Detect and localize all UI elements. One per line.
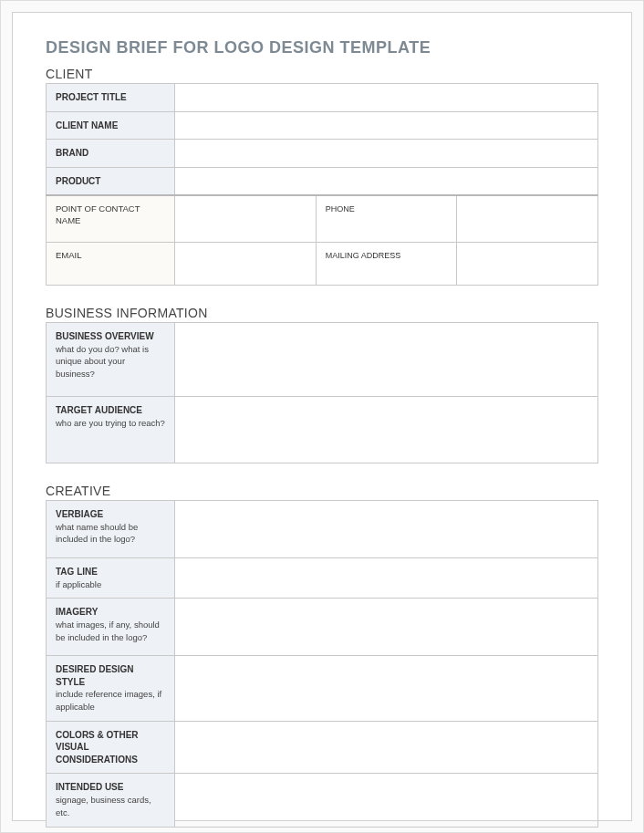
field-audience[interactable]	[175, 397, 598, 463]
label-tagline: TAG LINE if applicable	[47, 558, 175, 599]
label-client-name: CLIENT NAME	[47, 111, 175, 140]
label-email: EMAIL	[47, 243, 175, 286]
field-colors[interactable]	[175, 721, 598, 774]
field-style[interactable]	[175, 656, 598, 722]
creative-table: VERBIAGE what name should be included in…	[46, 500, 598, 828]
field-client-name[interactable]	[175, 111, 598, 140]
business-table: BUSINESS OVERVIEW what do you do? what i…	[46, 322, 598, 463]
document-frame: DESIGN BRIEF FOR LOGO DESIGN TEMPLATE CL…	[0, 0, 644, 833]
label-verbiage: VERBIAGE what name should be included in…	[47, 501, 175, 558]
field-imagery[interactable]	[175, 599, 598, 656]
section-header-client: CLIENT	[46, 67, 598, 81]
label-colors: COLORS & OTHER VISUAL CONSIDERATIONS	[47, 721, 175, 774]
field-use[interactable]	[175, 774, 598, 827]
label-audience: TARGET AUDIENCE who are you trying to re…	[47, 397, 175, 463]
field-overview[interactable]	[175, 323, 598, 397]
label-poc: POINT OF CONTACT NAME	[47, 195, 175, 243]
label-imagery: IMAGERY what images, if any, should be i…	[47, 599, 175, 656]
field-mailing[interactable]	[457, 243, 598, 286]
section-header-creative: CREATIVE	[46, 484, 598, 498]
label-use: INTENDED USE signage, business cards, et…	[47, 774, 175, 827]
document-page: DESIGN BRIEF FOR LOGO DESIGN TEMPLATE CL…	[12, 12, 632, 821]
field-verbiage[interactable]	[175, 501, 598, 558]
label-mailing: MAILING ADDRESS	[316, 243, 457, 286]
field-brand[interactable]	[175, 140, 598, 168]
label-style: DESIRED DESIGN STYLE include reference i…	[47, 656, 175, 722]
field-project-title[interactable]	[175, 84, 598, 112]
section-header-business: BUSINESS INFORMATION	[46, 306, 598, 320]
page-title: DESIGN BRIEF FOR LOGO DESIGN TEMPLATE	[46, 38, 598, 57]
field-phone[interactable]	[457, 195, 598, 243]
label-project-title: PROJECT TITLE	[47, 84, 175, 112]
client-table: PROJECT TITLE CLIENT NAME BRAND PRODUCT	[46, 83, 598, 286]
label-phone: PHONE	[316, 195, 457, 243]
field-product[interactable]	[175, 167, 598, 195]
label-product: PRODUCT	[47, 167, 175, 195]
label-brand: BRAND	[47, 140, 175, 168]
field-poc[interactable]	[175, 195, 317, 243]
field-email[interactable]	[175, 243, 317, 286]
field-tagline[interactable]	[175, 558, 598, 599]
label-overview: BUSINESS OVERVIEW what do you do? what i…	[47, 323, 175, 397]
